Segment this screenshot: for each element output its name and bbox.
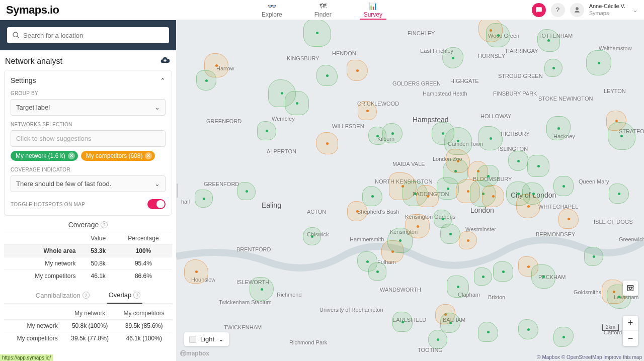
chip-close-icon[interactable]: ✕ <box>68 152 75 159</box>
networks-suggestions[interactable]: Click to show suggestions <box>11 130 166 147</box>
hotspot-dot[interactable] <box>497 34 500 37</box>
coverage-indicator-select[interactable]: There should be few of fast food. ⌄ <box>11 175 166 192</box>
hotspot-dot[interactable] <box>391 132 394 135</box>
hotspot-dot[interactable] <box>618 193 620 195</box>
hotspot-dot[interactable] <box>447 188 449 190</box>
hotspot-dot[interactable] <box>562 185 565 188</box>
hotspot-dot[interactable] <box>376 270 379 273</box>
info-icon[interactable]: ? <box>101 221 108 228</box>
hotspot-dot[interactable] <box>517 193 520 195</box>
chip-my-network[interactable]: My network (1.6 k) ✕ <box>11 151 78 161</box>
help-button[interactable]: ? <box>551 3 565 17</box>
info-icon[interactable]: ? <box>133 292 140 299</box>
hotspot-dot[interactable] <box>454 170 457 172</box>
chip-close-icon[interactable]: ✕ <box>145 152 152 159</box>
hotspot-dot[interactable] <box>296 102 298 105</box>
map-area[interactable]: HENDONFINCHLEYEast FinchleyWood GreenTOT… <box>176 20 644 361</box>
group-by-select[interactable]: Target label ⌄ <box>11 99 166 116</box>
zoom-in-button[interactable]: + <box>623 316 638 331</box>
hotspot-dot[interactable] <box>593 255 595 258</box>
hotspot-dot[interactable] <box>467 239 469 242</box>
sidebar-resize-handle[interactable] <box>176 20 179 361</box>
user-menu-caret[interactable]: ⌄ <box>632 6 638 14</box>
hotspot-dot[interactable] <box>562 336 565 338</box>
hotspot-dot[interactable] <box>326 74 329 77</box>
hotspot-dot[interactable] <box>532 193 535 195</box>
hotspot-dot[interactable] <box>449 322 452 324</box>
hotspot-dot[interactable] <box>356 69 359 72</box>
info-icon[interactable]: ? <box>83 292 90 299</box>
hotspot-dot[interactable] <box>492 195 495 198</box>
hotspot-dot[interactable] <box>452 57 454 59</box>
hotspot-dot[interactable] <box>487 331 490 333</box>
hotspot-dot[interactable] <box>356 210 359 213</box>
nav-tab-finder[interactable]: 🗺 Finder <box>310 0 336 20</box>
hotspot-dot[interactable] <box>215 64 218 67</box>
hotspot-dot[interactable] <box>266 130 268 132</box>
hotspot-dot[interactable] <box>246 190 248 193</box>
hotspot-dot[interactable] <box>568 218 570 220</box>
download-button[interactable] <box>160 55 170 67</box>
hotspot-dot[interactable] <box>399 239 401 242</box>
table-row: My network 50.8k (100%) 39.5k (85.6%) <box>4 320 172 332</box>
hotspot-dot[interactable] <box>442 132 444 135</box>
map-attribution[interactable]: © Mapbox © OpenStreetMap Improve this ma… <box>537 354 642 360</box>
hotspot-dot[interactable] <box>316 32 318 34</box>
networks-label: NETWORKS SELECTION <box>11 122 166 127</box>
hotspot-dot[interactable] <box>552 67 555 69</box>
hotspot-dot[interactable] <box>366 260 369 263</box>
hotspot-dot[interactable] <box>620 135 623 137</box>
nav-tab-explore[interactable]: 👓 Explore <box>258 0 286 20</box>
nav-tab-survey[interactable]: 📊 Survey <box>360 0 386 20</box>
hotspot-dot[interactable] <box>527 328 530 331</box>
hotspot-dot[interactable] <box>195 270 198 273</box>
hotspot-dot[interactable] <box>487 175 490 177</box>
hotspot-dot[interactable] <box>467 190 469 193</box>
hotspot-dot[interactable] <box>326 142 329 145</box>
chip-my-competitors[interactable]: My competitors (608) ✕ <box>81 151 155 161</box>
hotspots-toggle[interactable] <box>147 199 166 209</box>
map-style-picker[interactable]: Light ⌄ <box>184 332 229 346</box>
hotspot-dot[interactable] <box>449 233 452 235</box>
hotspot-dot[interactable] <box>261 288 263 291</box>
hotspot-dot[interactable] <box>427 195 429 198</box>
hotspot-dot[interactable] <box>517 160 520 162</box>
hotspot-dot[interactable] <box>417 225 419 228</box>
hotspot-dot[interactable] <box>376 135 379 137</box>
hotspot-dot[interactable] <box>482 276 485 278</box>
hotspot-dot[interactable] <box>203 198 205 200</box>
search-input[interactable] <box>23 32 164 39</box>
hotspot-dot[interactable] <box>281 92 283 95</box>
hotspot-dot[interactable] <box>490 137 492 140</box>
hotspot-dot[interactable] <box>557 127 560 130</box>
hotspot-dot[interactable] <box>442 218 444 220</box>
hotspot-dot[interactable] <box>598 62 600 64</box>
hotspot-dot[interactable] <box>401 321 404 323</box>
user-icon <box>574 7 581 14</box>
hotspot-dot[interactable] <box>366 110 369 112</box>
hotspot-dot[interactable] <box>527 265 530 268</box>
settings-header[interactable]: Settings ⌃ <box>11 76 166 84</box>
hotspot-dot[interactable] <box>537 165 540 167</box>
sidebar-scroll[interactable]: Settings ⌃ GROUP BY Target label ⌄ NETWO… <box>0 70 176 361</box>
map-icon: 🗺 <box>319 2 327 10</box>
hotspot-dot[interactable] <box>437 338 439 341</box>
hotspot-dot[interactable] <box>542 276 545 278</box>
hotspot-dot[interactable] <box>311 235 313 238</box>
hotspot-dot[interactable] <box>457 286 459 288</box>
map-canvas[interactable]: HENDONFINCHLEYEast FinchleyWood GreenTOT… <box>176 20 644 361</box>
hotspot-dot[interactable] <box>457 140 459 142</box>
hotspot-dot[interactable] <box>527 205 530 208</box>
map-poi-button[interactable] <box>623 281 638 296</box>
tab-overlap[interactable]: Overlap ? <box>107 287 143 304</box>
chat-button[interactable] <box>532 3 546 17</box>
zoom-out-button[interactable]: − <box>623 331 638 346</box>
tab-cannibalization[interactable]: Cannibalization ? <box>34 287 92 303</box>
hotspot-dot[interactable] <box>502 270 505 273</box>
location-search[interactable] <box>7 27 169 43</box>
hotspot-dot[interactable] <box>618 296 620 298</box>
hotspot-dot[interactable] <box>371 195 374 198</box>
hotspot-dot[interactable] <box>205 79 208 82</box>
hotspot-dot[interactable] <box>547 39 550 42</box>
user-avatar[interactable] <box>570 3 584 17</box>
